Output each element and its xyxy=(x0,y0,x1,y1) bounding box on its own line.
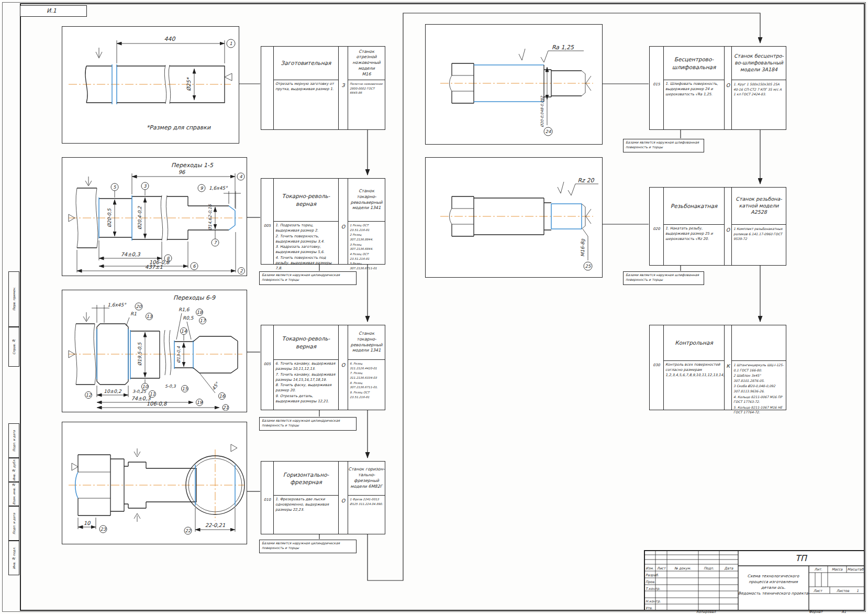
copied-label: Копировал xyxy=(696,610,716,614)
machine-name: Станок резьбона- xyxy=(736,196,782,203)
op-number: 010 xyxy=(261,498,273,502)
dim-d204: Ø20,4-0,2 3 xyxy=(137,182,149,238)
svg-text:Ø19,5-0,5: Ø19,5-0,5 xyxy=(137,342,142,366)
base-note: Базами является наружная шлифованная пов… xyxy=(623,139,704,152)
op-type-code: О xyxy=(725,227,731,233)
tool-item: 1 Фреза 2241-0013 Ø125 311.224.04.890. xyxy=(350,497,383,506)
tool-item: 5. Кольцо 8211-1067 М16 НЕ ГОСТ 17764-72… xyxy=(733,405,784,415)
op-step: 3. Надрезать заготовку, выдерживая разме… xyxy=(275,245,337,255)
svg-text:Ø20-0,048-0,092: Ø20-0,048-0,092 xyxy=(540,96,544,127)
op-number: 005 xyxy=(261,224,273,228)
op-step: 4. Точить поверхность под резьбу, выдерж… xyxy=(275,256,337,271)
svg-text:9: 9 xyxy=(200,185,203,191)
svg-text:21: 21 xyxy=(223,405,229,410)
machine-name: Станок отрезной xyxy=(348,49,385,61)
machine-name: Станок горизон- xyxy=(348,467,384,473)
svg-text:13: 13 xyxy=(147,314,152,319)
svg-text:Ø13-0,4: Ø13-0,4 xyxy=(176,346,181,363)
op-step: 6. Точить канавку, выдерживая размеры 10… xyxy=(275,361,337,372)
svg-text:19: 19 xyxy=(197,400,203,405)
op-number: 005 xyxy=(261,362,273,366)
format-label: Формат А1 xyxy=(809,610,846,614)
dim-r1: R1 13 xyxy=(126,311,153,326)
svg-text:106-0,8: 106-0,8 xyxy=(147,401,168,407)
tool-item: 2 Резец 307.2136.8844. xyxy=(350,233,383,242)
drawing-sheet: И.1 Перв. примен. Справ. № Подп. и дата … xyxy=(0,0,868,614)
svg-text:Подп.: Подп. xyxy=(704,566,714,571)
op-number: 020 xyxy=(650,227,663,231)
base-note: Базами является наружная цилиндрическая … xyxy=(259,271,357,285)
doc-code: ТП xyxy=(795,553,808,563)
svg-text:24: 24 xyxy=(546,129,551,134)
svg-text:Ø20-0,5: Ø20-0,5 xyxy=(107,208,112,227)
svg-text:№ докум.: № докум. xyxy=(674,566,691,571)
svg-text:Масса: Масса xyxy=(832,567,843,572)
svg-text:5: 5 xyxy=(113,184,116,190)
op-step: 9. Отрезать деталь, выдерживая размеры 1… xyxy=(275,394,337,404)
op-block-milling: 010 Горизонтально- фрезерная 1. Фрезеров… xyxy=(261,461,386,534)
tool-item: 9. Резец ОСТ 23.51.216-81 xyxy=(350,390,383,399)
svg-text:14: 14 xyxy=(181,328,187,334)
op-step: 1. Накатать резьбу, выдерживая размер 25… xyxy=(665,226,722,242)
panel-grinding-sketch: Ra 1,25 Ø20-0,048-0,092 24 xyxy=(425,24,603,145)
svg-text:Ведомость технического проекта: Ведомость технического проекта xyxy=(738,591,808,596)
svg-text:Н.контр.: Н.контр. xyxy=(646,599,661,604)
dim-m16: М16-8g 25 xyxy=(580,229,592,270)
panel-transitions-1-5: Переходы 1-5 96 4 xyxy=(62,157,247,276)
roughness-icon xyxy=(134,448,140,457)
tool-item: 2 Шаблон 3х45° 307.8101.2876-05. xyxy=(733,373,784,383)
op-step: 8. Точить фаску, выдерживая размер 20. xyxy=(275,383,337,393)
panel-stock-sketch: 440 1 Ø25* *Размер для справки xyxy=(62,26,239,144)
op-name: Контрольная xyxy=(675,339,713,346)
panel-thread-sketch: Rz 20 М16-8g 25 xyxy=(425,157,603,278)
svg-text:Дата: Дата xyxy=(725,566,734,571)
margin-box-sprav: Справ. № xyxy=(8,327,19,367)
base-note: Базами является наружная цилиндрическая … xyxy=(259,417,357,431)
svg-text:1,6х45°: 1,6х45° xyxy=(107,302,127,308)
part-outline xyxy=(75,312,238,385)
tool-item: 8. Резец 307.2136.6711-01. xyxy=(350,381,383,390)
op-number: 015 xyxy=(650,82,663,86)
op-step: Контроль всех поверхностей согласно разм… xyxy=(665,363,722,378)
svg-text:3: 3 xyxy=(143,183,147,189)
svg-text:1,6х45°: 1,6х45° xyxy=(209,185,228,191)
dim-d13: Ø13-0,4 14 xyxy=(176,328,187,367)
svg-text:Ø20,4-0,2: Ø20,4-0,2 xyxy=(137,205,142,229)
svg-text:R1,6: R1,6 xyxy=(179,307,190,312)
op-name: Токарно-револь- xyxy=(282,335,330,342)
op-name: Горизонтально- xyxy=(283,471,329,478)
svg-text:10: 10 xyxy=(142,384,149,389)
tool-item: 6. Резец 311.2126.4420-01 xyxy=(350,361,383,370)
svg-text:Масштаб: Масштаб xyxy=(848,567,864,572)
tool-item: 1. Круг 1 500х150х305 25А 40-16 СП-СТ2 7… xyxy=(733,82,784,97)
roughness-icon xyxy=(85,177,92,186)
svg-text:М16-8g: М16-8g xyxy=(580,238,585,257)
datum-icon xyxy=(231,444,237,452)
svg-text:5-0,3: 5-0,3 xyxy=(165,384,176,389)
base-note: Базами является наружная шлифованная пов… xyxy=(623,271,704,285)
base-note: Базами является наружная цилиндрическая … xyxy=(259,540,357,553)
svg-text:20: 20 xyxy=(136,304,142,309)
dim-10: 10±0,2 12 xyxy=(85,386,129,399)
svg-text:17: 17 xyxy=(200,318,206,323)
svg-text:16: 16 xyxy=(219,393,225,399)
dim-label: Ø25* xyxy=(186,76,192,91)
svg-text:45°: 45° xyxy=(211,381,220,391)
svg-text:3-0,25: 3-0,25 xyxy=(132,389,147,394)
roughness-icon xyxy=(83,312,90,322)
svg-text:437±1: 437±1 xyxy=(145,264,163,270)
op-number: 030 xyxy=(650,363,663,367)
svg-text:Лист: Лист xyxy=(657,566,666,571)
svg-text:процесса изготовления: процесса изготовления xyxy=(749,579,798,584)
op-block-cutting: Заготовительная Отрезать мерную заготовк… xyxy=(261,46,386,130)
op-name: Токарно-револь- xyxy=(282,192,330,200)
dim-45deg: 45° 16 xyxy=(199,373,226,400)
machine-name: Станок токарно- xyxy=(348,331,385,343)
roughness-callout: Rz 20 xyxy=(558,177,598,195)
op-type-code: З xyxy=(339,82,348,88)
svg-text:Изм.: Изм. xyxy=(646,566,653,571)
op-name: Бесцентрово- xyxy=(674,56,714,63)
tool-item: 4. Кольцо 8211-0067 М16 ПР ГОСТ 17763-72… xyxy=(733,394,784,404)
margin-box-podp-data-2: Подп. и дата xyxy=(8,506,19,541)
svg-text:6: 6 xyxy=(193,264,196,269)
